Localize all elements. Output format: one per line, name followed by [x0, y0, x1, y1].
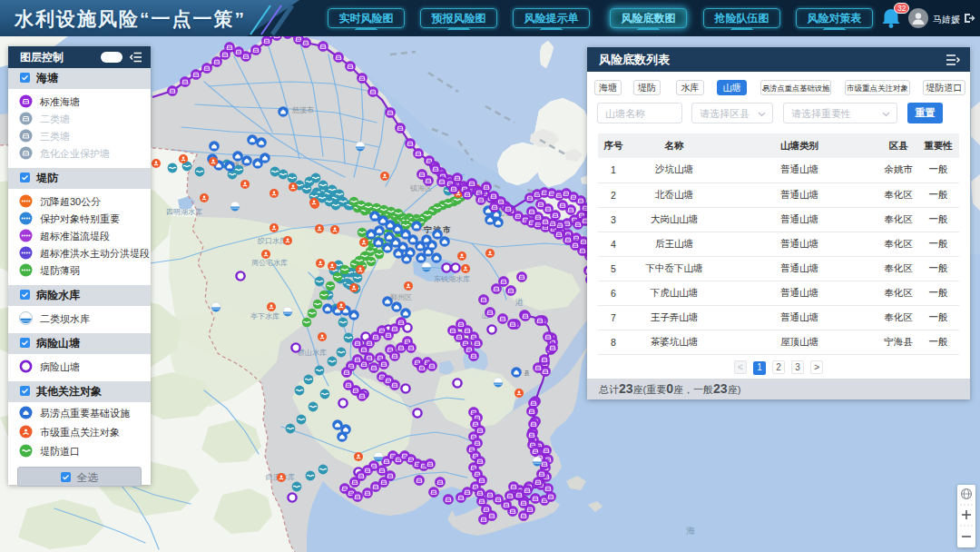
- svg-text:东钱湖水库: 东钱湖水库: [434, 275, 470, 283]
- svg-text:亭下水库: 亭下水库: [250, 312, 279, 320]
- svg-text:海: 海: [686, 526, 695, 536]
- svg-text:慈溪市: 慈溪市: [291, 106, 314, 114]
- svg-text:四明湖水库: 四明湖水库: [166, 208, 202, 216]
- svg-text:鄞州区: 鄞州区: [390, 293, 412, 301]
- svg-text:皎口水库: 皎口水库: [258, 237, 287, 245]
- svg-text:港: 港: [514, 298, 524, 307]
- svg-text:周公宅水库: 周公宅水库: [251, 259, 288, 267]
- svg-text:县: 县: [524, 370, 530, 376]
- svg-text:横山水库: 横山水库: [297, 349, 327, 357]
